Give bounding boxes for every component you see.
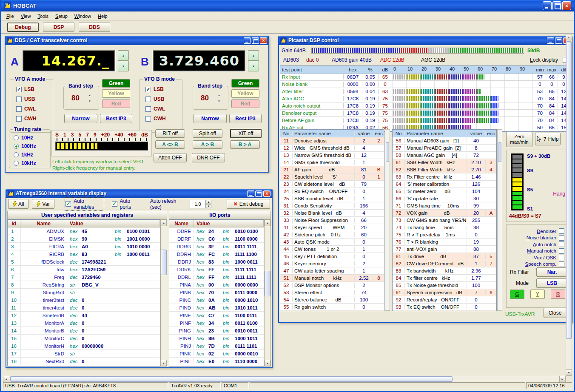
dsp-maximize-button[interactable] [555, 37, 562, 44]
dsp-check-speech-comp-[interactable]: Speech comp. [525, 261, 564, 267]
horizontal-scrollbar[interactable]: ◄ ► [3, 376, 566, 382]
vfo-b-narrow-button[interactable]: Narrow [194, 114, 227, 123]
param-row-51[interactable]: 51Manual notch kHz2.528 [280, 275, 384, 282]
param-row-75[interactable]: 75R > T pre-delay 1ms0 [393, 231, 496, 239]
param-row-58[interactable]: 58Manual AGC gain [4]72 [393, 152, 496, 159]
atmega-minimize-button[interactable] [247, 190, 254, 197]
param-row-25[interactable]: 25SSB monitor level dB1 [280, 195, 384, 202]
param-row-66[interactable]: 66'S' update rate30 [393, 195, 496, 202]
auto-ports-checkbox[interactable]: ✓ Auto ports [112, 198, 141, 210]
dds-maximize-button[interactable] [252, 37, 259, 44]
param-row-47[interactable]: 47CW auto letter spacing1 [280, 267, 384, 275]
exit-debug-button[interactable]: ✕ Exit debug [227, 199, 270, 209]
tuning-radio-100hz[interactable]: 100Hz [14, 143, 36, 149]
param-row-85[interactable]: 85Tx Noise gate threshold100 [393, 282, 496, 289]
menu-tools[interactable]: Tools [34, 12, 52, 20]
vfo-b-bandstep-up[interactable]: ▲ [216, 92, 222, 98]
param-row-81[interactable]: 81Tx drive dB875 [393, 253, 496, 260]
close-button[interactable]: × [562, 1, 571, 10]
dsp-check-noise-blanker[interactable]: Noise blanker [527, 235, 564, 241]
param-row-12[interactable]: 12Wide GMS threshold dB4 [280, 145, 384, 152]
param-row-32[interactable]: 32Noise Blank level dB4 [280, 210, 384, 217]
help-button[interactable]: ? Help [535, 133, 561, 145]
minimize-button[interactable] [543, 1, 552, 10]
mode-checkbox-cwl[interactable]: CWL [16, 106, 37, 112]
param-row-83[interactable]: 83Tx bandwidth kHz2.96 [393, 267, 496, 275]
mode-checkbox-cwh[interactable]: CWH [16, 116, 37, 122]
param-row-84[interactable]: 84Tx filter centre kHz1.77 [393, 275, 496, 282]
split-button[interactable]: Split off [193, 129, 222, 138]
auto-variables-checkbox[interactable]: ✓ Auto variables [65, 198, 103, 210]
vfo-a-color-buttons-green[interactable]: Green [102, 79, 130, 88]
refresh-var-button[interactable]: Var [32, 199, 54, 209]
refresh-all-button[interactable]: All [8, 199, 28, 209]
param-row-23[interactable]: 23CW sidetone level dB79 [280, 181, 384, 188]
vfo-b-color-buttons-yellow[interactable]: Yellow [231, 89, 259, 98]
mode-checkbox-usb[interactable]: USB [145, 96, 166, 102]
gyr-button-r[interactable]: R [551, 290, 565, 299]
rit-button[interactable]: RIT off [155, 129, 185, 138]
param-row-92[interactable]: 92Record/replay ON/OFF0 [393, 296, 496, 304]
scroll-down-button[interactable]: ▼ [566, 369, 572, 376]
param-row-13[interactable]: 13Narrow GMS threshold dB12 [280, 152, 384, 159]
param-row-62[interactable]: 62SSB Filter Width kHz2.704 [393, 166, 496, 173]
gyr-button-y[interactable]: Y [530, 290, 545, 299]
xit-button[interactable]: XIT off [230, 129, 262, 138]
menu-view[interactable]: View [17, 12, 34, 20]
param-row-33[interactable]: 33Noise Floor Suppression66 [280, 217, 384, 224]
mode-button[interactable]: LSB [536, 278, 568, 288]
param-row-72[interactable]: 72VOX gain dB20A [393, 210, 496, 217]
params-left-scrollbar[interactable] [385, 129, 390, 311]
param-row-31[interactable]: 31Condx Sensitivity166 [280, 202, 384, 210]
param-row-61[interactable]: 61SSB Filter Width kHz2.103 [393, 159, 496, 166]
vfo-a-frequency-display[interactable]: 14.267._ [23, 50, 115, 71]
mode-checkbox-lsb[interactable]: ✓LSB [145, 86, 166, 92]
param-row-74[interactable]: 74Tx hang time 5ms88 [393, 224, 496, 231]
toolbar-debug-button[interactable]: Debug [7, 23, 39, 32]
vertical-scrollbar[interactable]: ▲ ▼ [566, 34, 572, 376]
vfo-b-color-buttons-red[interactable]: Red [231, 99, 259, 108]
scroll-up-button[interactable]: ▲ [566, 34, 572, 40]
vfo-b-down-button[interactable]: ▼ [248, 61, 259, 71]
vfo-b-frequency-display[interactable]: 3.729.460 [153, 50, 245, 71]
vars-scrollbar[interactable]: ▲ ▼ [160, 219, 167, 366]
tuning-radio-1khz[interactable]: 1kHz [14, 152, 36, 158]
toolbar-dds-button[interactable]: DDS [79, 23, 110, 32]
vfo-a-bandstep-up[interactable]: ▲ [87, 92, 93, 98]
zero-maxmin-button[interactable]: Zero max/min [506, 132, 532, 147]
vars-scroll-up[interactable]: ▲ [161, 219, 167, 226]
maximize-button[interactable] [552, 1, 561, 10]
menu-setup[interactable]: Setup [52, 12, 71, 20]
param-row-57[interactable]: 57Manual PreADC gain [2]8 [393, 145, 496, 152]
scroll-left-button[interactable]: ◄ [3, 376, 9, 382]
param-row-46[interactable]: 46Keyer memory2 [280, 260, 384, 267]
param-row-63[interactable]: 63Rx Filter centre kHz1.46 [393, 173, 496, 181]
vfo-a-narrow-button[interactable]: Narrow [64, 114, 97, 123]
a-to-b-button[interactable]: A > B [193, 140, 222, 149]
dsp-minimize-button[interactable] [547, 37, 554, 44]
dsp-check-manual-notch[interactable]: Manual notch [527, 248, 564, 254]
param-row-43[interactable]: 43Auto QSK mode0 [280, 239, 384, 246]
param-row-44[interactable]: 44CW tones 1 or 21 [280, 246, 384, 253]
vfo-a-bestip3-button[interactable]: Best IP3 [100, 114, 132, 123]
refresh-up-button[interactable]: ▲ [206, 200, 211, 204]
param-row-41[interactable]: 41Keyer speed WPM20 [280, 224, 384, 231]
vfo-b-up-button[interactable]: ▲ [248, 50, 259, 61]
param-row-42[interactable]: 42Sidetone pitch 0 Hz60 [280, 231, 384, 239]
mode-checkbox-cwl[interactable]: CWL [145, 106, 166, 112]
menu-window[interactable]: Window [71, 12, 94, 20]
b-to-a-button[interactable]: B > A [230, 140, 260, 149]
tuning-radio-10khz[interactable]: 10kHz [14, 160, 36, 166]
param-row-82[interactable]: 82CW drive DECrement dB17 [393, 260, 496, 267]
ports-scroll-down[interactable]: ▼ [265, 360, 270, 366]
dsp-close-panel-button[interactable]: Close [544, 308, 566, 318]
scroll-right-button[interactable]: ► [559, 376, 566, 382]
vfo-b-bestip3-button[interactable]: Best IP3 [229, 114, 262, 123]
param-row-54[interactable]: 54Stereo balance dB100 [280, 296, 384, 304]
gyr-button-g[interactable]: G [510, 290, 524, 299]
vfo-a-up-button[interactable]: ▲ [118, 50, 129, 61]
dsp-check-auto-notch[interactable]: Auto notch [533, 241, 564, 247]
vfo-a-color-buttons-yellow[interactable]: Yellow [102, 89, 130, 98]
atmega-close-button[interactable]: × [263, 190, 270, 197]
dsp-check-denoiser[interactable]: Denoiser [537, 228, 564, 234]
